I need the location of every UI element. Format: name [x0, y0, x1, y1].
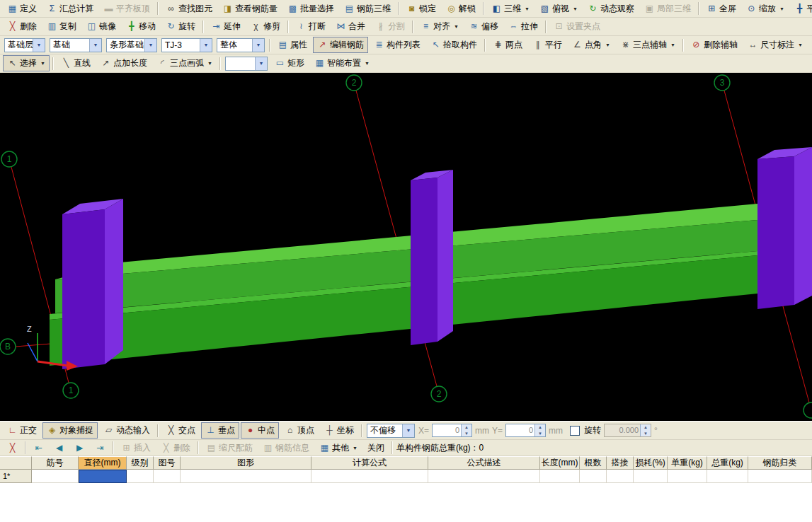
break-button[interactable]: ≀打断 [292, 18, 330, 35]
type-combo[interactable]: 条形基础▼ [106, 38, 157, 52]
col-header-diameter[interactable]: 直径(mm) [79, 456, 127, 470]
align-dropdown[interactable]: ≡对齐▼ [416, 18, 463, 35]
chevron-down-icon[interactable]: ▼ [200, 39, 212, 52]
col-header-fig-no[interactable]: 图号 [154, 456, 181, 470]
y-offset-spinner[interactable]: 0▲▼ [505, 424, 546, 437]
rect-button[interactable]: ▭矩形 [270, 55, 309, 71]
edit-rebar-button[interactable]: ↗编辑钢筋 [313, 37, 368, 53]
chevron-down-icon[interactable]: ▼ [252, 39, 264, 52]
copy-button[interactable]: ▥复制 [42, 18, 81, 35]
zoom-dropdown[interactable]: ⊙缩放▼ [742, 1, 789, 17]
col-header-unit-weight[interactable]: 单重(kg) [668, 456, 707, 470]
fullscreen-button[interactable]: ⊞全屏 [702, 1, 740, 17]
chevron-down-icon[interactable]: ▼ [33, 39, 45, 52]
rotate-button[interactable]: ↻旋转 [161, 18, 200, 35]
category-combo[interactable]: 基础▼ [50, 38, 102, 52]
point-angle-dropdown[interactable]: ∠点角▼ [568, 37, 614, 53]
col-header-length[interactable]: 长度(mm) [540, 456, 580, 470]
component-list-button[interactable]: ≣构件列表 [370, 37, 425, 53]
smart-layout-dropdown[interactable]: ▦智能布置▼ [310, 55, 374, 71]
parallel-button[interactable]: ∥平行 [528, 37, 566, 53]
column-mid-side-face[interactable] [438, 170, 453, 342]
perpendicular-snap-button[interactable]: ⊥垂点 [201, 422, 239, 439]
col-header-rebar-class[interactable]: 钢筋归类 [748, 456, 812, 470]
merge-button[interactable]: ⋈合并 [331, 18, 370, 35]
nav-first-button[interactable]: ⇤ [29, 441, 48, 455]
grid-cell-diameter-selected[interactable] [79, 470, 127, 483]
col-header-count[interactable]: 根数 [580, 456, 607, 470]
col-header-shape[interactable]: 图形 [181, 456, 311, 470]
nav-next-button[interactable]: ▶ [70, 441, 89, 455]
x-offset-spinner[interactable]: 0▲▼ [432, 424, 472, 437]
view-rebar-qty-button[interactable]: ◨查看钢筋量 [218, 1, 282, 17]
grid-cell[interactable] [540, 470, 580, 483]
move-button[interactable]: ╋移动 [122, 18, 160, 35]
col-header-loss[interactable]: 损耗(%) [634, 456, 668, 470]
mirror-button[interactable]: ◫镜像 [82, 18, 120, 35]
col-header-lap[interactable]: 搭接 [607, 456, 634, 470]
column-right-side-face[interactable] [794, 147, 812, 305]
select-tool-dropdown[interactable]: ↖选择▼ [3, 55, 50, 71]
grid-cell[interactable] [32, 470, 79, 483]
dimension-dropdown[interactable]: ↔尺寸标注▼ [743, 37, 807, 53]
viewport-3d[interactable]: 1 2 3 B 1 2 Z [0, 73, 812, 421]
chevron-down-icon[interactable]: ▼ [144, 39, 156, 52]
grid-cell[interactable] [181, 470, 311, 483]
name-combo[interactable]: TJ-3▼ [161, 38, 212, 52]
offset-mode-combo[interactable]: 不偏移▼ [367, 424, 415, 438]
vertex-snap-button[interactable]: ⌂顶点 [280, 422, 319, 439]
y-spinner-arrows[interactable]: ▲▼ [534, 424, 545, 436]
other-dropdown[interactable]: ▦其他▼ [315, 440, 362, 456]
delete-aux-button[interactable]: ⊘删除辅轴 [687, 37, 742, 53]
ortho-button[interactable]: ∟正交 [3, 422, 41, 439]
intersection-snap-button[interactable]: ╳交点 [161, 422, 200, 439]
col-header-total-weight[interactable]: 总重(kg) [707, 456, 748, 470]
spin-up-icon[interactable]: ▲ [535, 424, 545, 431]
column-right-front-face[interactable] [757, 156, 794, 309]
chevron-down-icon[interactable]: ▼ [402, 424, 414, 437]
close-panel-button[interactable]: ╳ [3, 441, 22, 455]
spin-down-icon[interactable]: ▼ [535, 431, 545, 437]
3d-view-dropdown[interactable]: ◧三维▼ [487, 1, 534, 17]
line-button[interactable]: ╲直线 [57, 55, 95, 71]
three-point-aux-dropdown[interactable]: ⋇三点辅轴▼ [616, 37, 680, 53]
col-header-bar-no[interactable]: 筋号 [32, 456, 79, 470]
dynamic-input-button[interactable]: ▱动态输入 [99, 422, 154, 439]
three-point-arc-dropdown[interactable]: ◜三点画弧▼ [153, 55, 217, 71]
grid-cell[interactable] [668, 470, 707, 483]
point-length-button[interactable]: ↗点加长度 [96, 55, 151, 71]
col-header-formula[interactable]: 计算公式 [311, 456, 428, 470]
grid-cell[interactable] [428, 470, 540, 483]
x-spinner-arrows[interactable]: ▲▼ [461, 424, 471, 436]
pan-dropdown[interactable]: ╋平移▼ [790, 1, 812, 17]
lock-button[interactable]: ◙锁定 [402, 1, 440, 17]
chevron-down-icon[interactable]: ▼ [255, 57, 267, 70]
batch-select-button[interactable]: ▩批量选择 [283, 1, 338, 17]
column-left-front-face[interactable] [62, 209, 105, 369]
grid-cell[interactable] [311, 470, 428, 483]
properties-button[interactable]: ▤属性 [273, 37, 311, 53]
spin-down-icon[interactable]: ▼ [462, 431, 471, 437]
osnap-button[interactable]: ◈对象捕捉 [42, 422, 98, 439]
nav-prev-button[interactable]: ◀ [50, 441, 69, 455]
offset-button[interactable]: ≋偏移 [464, 18, 503, 35]
top-view-dropdown[interactable]: ▧俯视▼ [535, 1, 582, 17]
mode-combo[interactable]: 整体▼ [217, 38, 265, 52]
row-marker[interactable]: 1* [0, 470, 32, 483]
trim-button[interactable]: χ修剪 [246, 18, 285, 35]
coordinate-snap-button[interactable]: ┼坐标 [320, 422, 358, 439]
rebar-3d-button[interactable]: ▤钢筋三维 [340, 1, 395, 17]
grid-cell[interactable] [707, 470, 748, 483]
find-element-button[interactable]: ∞查找图元 [161, 1, 217, 17]
grid-cell[interactable] [748, 470, 812, 483]
draw-combo[interactable]: ▼ [225, 57, 268, 71]
pick-component-button[interactable]: ↖拾取构件 [426, 37, 481, 53]
delete-button[interactable]: ╳删除 [3, 18, 41, 35]
rotate-checkbox[interactable] [570, 426, 580, 436]
close-button[interactable]: 关闭 [363, 440, 389, 456]
two-points-button[interactable]: ⋕两点 [488, 37, 527, 53]
grid-cell[interactable] [154, 470, 181, 483]
nav-last-button[interactable]: ⇥ [91, 441, 110, 455]
unlock-button[interactable]: ◎解锁 [442, 1, 480, 17]
floor-combo[interactable]: 基础层▼ [4, 38, 45, 52]
